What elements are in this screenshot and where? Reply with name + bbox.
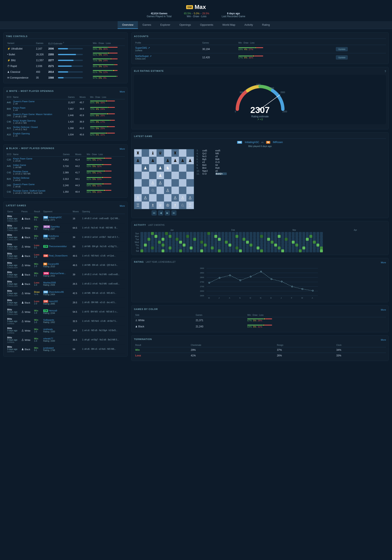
- activity-cell[interactable]: [246, 247, 249, 250]
- activity-cell[interactable]: [281, 232, 284, 235]
- activity-cell[interactable]: [239, 250, 242, 252]
- activity-cell[interactable]: [221, 232, 224, 235]
- activity-cell[interactable]: [162, 247, 164, 250]
- activity-cell[interactable]: [316, 235, 319, 238]
- activity-cell[interactable]: [214, 241, 217, 244]
- activity-cell[interactable]: [197, 232, 200, 235]
- chess-cell[interactable]: ♙: [172, 194, 179, 201]
- activity-cell[interactable]: [214, 235, 217, 238]
- activity-cell[interactable]: [214, 247, 217, 250]
- chess-cell[interactable]: [134, 164, 142, 172]
- chess-cell[interactable]: [179, 172, 186, 179]
- activity-cell[interactable]: [165, 244, 168, 247]
- activity-cell[interactable]: [271, 250, 274, 252]
- activity-cell[interactable]: [299, 244, 302, 247]
- activity-cell[interactable]: [253, 244, 256, 247]
- activity-cell[interactable]: [264, 250, 267, 252]
- activity-cell[interactable]: [257, 235, 259, 238]
- activity-cell[interactable]: [200, 238, 203, 241]
- activity-cell[interactable]: [232, 232, 235, 235]
- activity-cell[interactable]: [204, 235, 207, 238]
- activity-cell[interactable]: [165, 235, 168, 238]
- activity-cell[interactable]: [309, 250, 312, 252]
- activity-cell[interactable]: [316, 241, 319, 244]
- activity-cell[interactable]: [235, 250, 238, 252]
- nav-openings[interactable]: Openings: [175, 21, 195, 29]
- activity-cell[interactable]: [249, 241, 252, 244]
- activity-cell[interactable]: [225, 235, 228, 238]
- activity-cell[interactable]: [158, 238, 161, 241]
- activity-cell[interactable]: [316, 232, 319, 235]
- table-row[interactable]: Blitz 8 days ago Chess.com ♟Black Win 0-…: [6, 270, 125, 279]
- activity-cell[interactable]: [158, 250, 161, 252]
- table-row[interactable]: Blitz 9 days ago Lichess ♙White Win 1-0 …: [6, 335, 125, 344]
- activity-cell[interactable]: [232, 241, 235, 244]
- table-row[interactable]: ♟ Classical 493 2014 81%7%12%: [6, 69, 125, 75]
- list-item[interactable]: C42 Russian Game 1: e4 e5 2: Nf3 Nf6 2,3…: [6, 169, 125, 176]
- activity-cell[interactable]: [229, 247, 231, 250]
- activity-cell[interactable]: [186, 241, 189, 244]
- activity-cell[interactable]: [232, 247, 235, 250]
- activity-cell[interactable]: [197, 250, 200, 252]
- activity-cell[interactable]: [151, 241, 154, 244]
- activity-cell[interactable]: [207, 247, 210, 250]
- activity-cell[interactable]: [151, 235, 154, 238]
- chess-cell[interactable]: [134, 179, 142, 187]
- activity-cell[interactable]: [267, 241, 270, 244]
- activity-cell[interactable]: [313, 244, 316, 247]
- activity-cell[interactable]: [285, 232, 288, 235]
- chess-cell[interactable]: [172, 187, 179, 194]
- chess-cell[interactable]: [149, 164, 157, 172]
- chess-cell[interactable]: [172, 172, 179, 179]
- activity-cell[interactable]: [169, 232, 172, 235]
- activity-cell[interactable]: [320, 244, 323, 247]
- activity-cell[interactable]: [218, 232, 221, 235]
- activity-cell[interactable]: [313, 235, 316, 238]
- activity-cell[interactable]: [295, 235, 298, 238]
- chess-cell[interactable]: [164, 194, 172, 201]
- activity-cell[interactable]: [249, 244, 252, 247]
- activity-cell[interactable]: [313, 250, 316, 252]
- chess-cell[interactable]: [149, 194, 157, 201]
- activity-cell[interactable]: [200, 244, 203, 247]
- activity-cell[interactable]: [140, 232, 143, 235]
- activity-cell[interactable]: [204, 247, 207, 250]
- move-black[interactable]: c6: [215, 155, 227, 158]
- move-white[interactable]: Nge2: [202, 170, 214, 172]
- table-row[interactable]: Blitz 9 days ago Lichess ♙White Win 1-0 …: [6, 326, 125, 335]
- activity-cell[interactable]: [281, 250, 284, 252]
- activity-cell[interactable]: [162, 235, 164, 238]
- activity-cell[interactable]: [225, 247, 228, 250]
- opponent-name[interactable]: Kotofeyca: [48, 235, 59, 237]
- activity-cell[interactable]: [140, 238, 143, 241]
- activity-cell[interactable]: [267, 247, 270, 250]
- activity-cell[interactable]: [186, 247, 189, 250]
- chess-cell[interactable]: [164, 172, 172, 179]
- chess-cell[interactable]: ♕: [157, 201, 164, 209]
- opponent-name[interactable]: mheals77: [43, 337, 53, 340]
- activity-cell[interactable]: [176, 238, 179, 241]
- activity-cell[interactable]: [200, 232, 203, 235]
- activity-cell[interactable]: [292, 250, 295, 252]
- chess-cell[interactable]: [172, 179, 179, 187]
- activity-cell[interactable]: [313, 232, 316, 235]
- activity-cell[interactable]: [186, 232, 189, 235]
- activity-cell[interactable]: [320, 238, 323, 241]
- activity-cell[interactable]: [207, 232, 210, 235]
- table-row[interactable]: Blitz 9 days ago Lichess ♟Black Win 0-1 …: [6, 344, 125, 354]
- activity-cell[interactable]: [179, 244, 182, 247]
- chess-cell[interactable]: ♜: [172, 149, 179, 157]
- opponent-name[interactable]: Real_OceanStorm: [49, 254, 68, 257]
- activity-cell[interactable]: [140, 244, 143, 247]
- table-row[interactable]: Blitz 9 days ago Lichess ♙White Win 1-0 …: [6, 316, 125, 326]
- activity-cell[interactable]: [179, 247, 182, 250]
- nav-games[interactable]: Games: [138, 21, 156, 29]
- activity-cell[interactable]: [235, 238, 238, 241]
- activity-cell[interactable]: [267, 232, 270, 235]
- activity-cell[interactable]: [242, 241, 245, 244]
- chess-cell[interactable]: ♔: [164, 201, 172, 209]
- activity-cell[interactable]: [179, 241, 182, 244]
- activity-cell[interactable]: [306, 244, 309, 247]
- activity-cell[interactable]: [232, 250, 235, 252]
- activity-cell[interactable]: [172, 247, 175, 250]
